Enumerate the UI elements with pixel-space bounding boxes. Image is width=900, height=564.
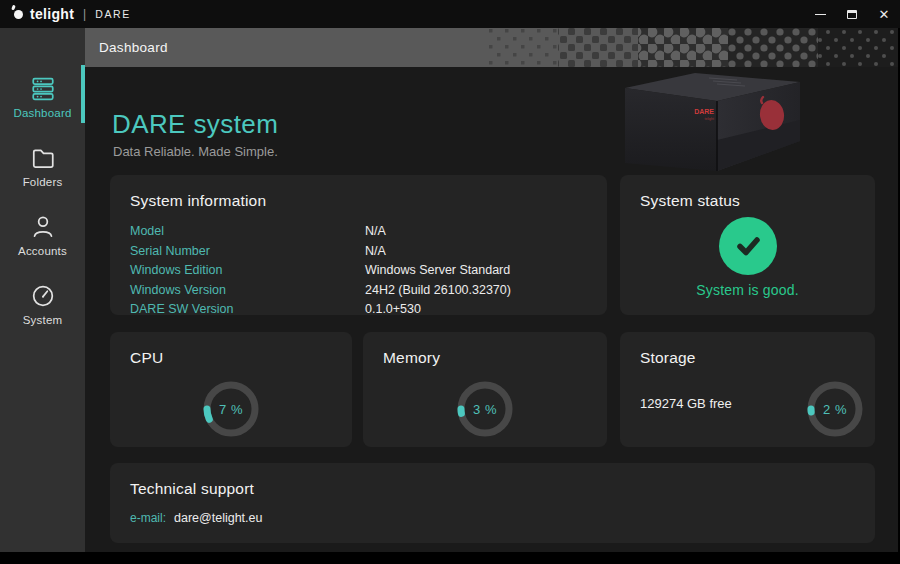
dare-device-image: DARE telight [617,68,807,172]
sidebar-item-label: Folders [23,176,63,188]
titlebar: telight | DARE ✕ [0,0,900,28]
brand-separator: | [83,7,86,21]
info-row-value: N/A [365,243,587,259]
device-dare-label: DARE [694,108,714,115]
person-icon [30,214,56,240]
technical-support-card: Technical support e-mail: dare@telight.e… [110,463,875,543]
sidebar-item-label: Dashboard [13,107,71,119]
page-title: DARE system [112,109,278,140]
brand-name: telight [30,6,74,22]
email-value[interactable]: dare@telight.eu [174,511,262,525]
info-row-value: 24H2 (Build 26100.32370) [365,282,587,298]
minimize-icon [815,14,826,15]
sidebar: Dashboard Folders Accounts System [0,28,85,552]
cpu-card: CPU 7 % [110,332,352,447]
memory-percent: 3 % [455,379,515,439]
device-telight-label: telight [704,117,714,121]
card-title: System information [110,175,607,210]
info-row-value: N/A [365,223,587,239]
memory-card: Memory 3 % [363,332,607,447]
sidebar-item-label: Accounts [18,245,67,257]
sidebar-item-system[interactable]: System [0,277,85,332]
info-row-label: DARE SW Version [130,301,365,317]
storage-gauge: 2 % [805,379,865,439]
info-row-label: Model [130,223,365,239]
system-status-card: System status System is good. [620,175,875,315]
halftone-pattern [488,28,898,67]
info-row-label: Windows Edition [130,262,365,278]
memory-gauge: 3 % [455,379,515,439]
close-button[interactable]: ✕ [868,0,900,28]
storage-percent: 2 % [805,379,865,439]
system-information-table: Model N/A Serial Number N/A Windows Edit… [130,223,587,317]
system-information-card: System information Model N/A Serial Numb… [110,175,607,315]
card-title: Storage [620,332,875,367]
minimize-button[interactable] [804,0,836,28]
sidebar-item-accounts[interactable]: Accounts [0,208,85,263]
folder-icon [30,145,56,171]
sidebar-item-dashboard[interactable]: Dashboard [0,70,85,125]
info-row-label: Windows Version [130,282,365,298]
app-window: telight | DARE ✕ Dashboard Folders [0,0,900,564]
speedometer-icon [30,283,56,309]
telight-logo-icon [14,10,23,19]
info-row-label: Serial Number [130,243,365,259]
storage-card: Storage 129274 GB free 2 % [620,332,875,447]
checkmark-icon [731,229,765,263]
maximize-button[interactable] [836,0,868,28]
info-row-value: Windows Server Standard [365,262,587,278]
card-title: Memory [363,332,607,367]
status-good-badge [719,217,777,275]
card-title: System status [620,175,875,210]
status-body: System is good. [620,217,875,298]
product-name: DARE [95,8,131,20]
tab-bar: Dashboard [85,28,898,67]
telight-logo: telight | DARE [14,6,131,22]
card-title: CPU [110,332,352,367]
main-content: DARE system Data Reliable. Made Simple. [85,67,898,552]
sidebar-item-label: System [23,314,63,326]
close-icon: ✕ [879,8,890,21]
window-controls: ✕ [804,0,900,28]
support-email-row: e-mail: dare@telight.eu [130,511,855,525]
email-label: e-mail: [130,511,166,525]
server-rack-icon [30,76,56,102]
cpu-percent: 7 % [201,379,261,439]
sidebar-item-folders[interactable]: Folders [0,139,85,194]
maximize-icon [847,10,857,19]
status-message: System is good. [696,282,799,298]
page-subtitle: Data Reliable. Made Simple. [113,144,278,159]
info-row-value: 0.1.0+530 [365,301,587,317]
tab-dashboard[interactable]: Dashboard [99,28,168,67]
card-title: Technical support [110,463,875,498]
cpu-gauge: 7 % [201,379,261,439]
storage-free-label: 129274 GB free [640,396,732,411]
